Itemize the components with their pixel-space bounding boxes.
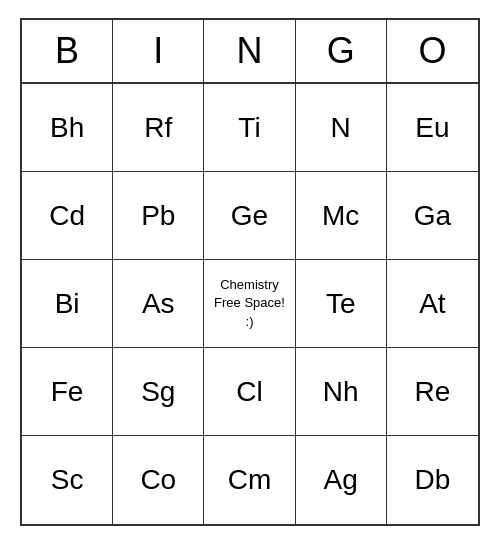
grid-cell-sg: Sg (113, 348, 204, 436)
grid-cell-ge: Ge (204, 172, 295, 260)
grid-cell-mc: Mc (296, 172, 387, 260)
free-space-cell: Chemistry Free Space! :) (204, 260, 295, 348)
grid-cell-cl: Cl (204, 348, 295, 436)
grid-cell-co: Co (113, 436, 204, 524)
header-letter-i: I (113, 20, 204, 82)
grid-cell-ga: Ga (387, 172, 478, 260)
bingo-card: BINGO BhRfTiNEuCdPbGeMcGaBiAsChemistry F… (20, 18, 480, 526)
grid-cell-pb: Pb (113, 172, 204, 260)
grid-cell-ag: Ag (296, 436, 387, 524)
grid-cell-re: Re (387, 348, 478, 436)
grid-cell-at: At (387, 260, 478, 348)
grid-cell-db: Db (387, 436, 478, 524)
grid-cell-rf: Rf (113, 84, 204, 172)
header-letter-n: N (204, 20, 295, 82)
grid-cell-cd: Cd (22, 172, 113, 260)
grid-cell-te: Te (296, 260, 387, 348)
grid-cell-n: N (296, 84, 387, 172)
header-letter-o: O (387, 20, 478, 82)
header-letter-b: B (22, 20, 113, 82)
grid-cell-bi: Bi (22, 260, 113, 348)
grid-cell-nh: Nh (296, 348, 387, 436)
grid-cell-ti: Ti (204, 84, 295, 172)
grid-cell-eu: Eu (387, 84, 478, 172)
header-letter-g: G (296, 20, 387, 82)
grid-cell-bh: Bh (22, 84, 113, 172)
grid-cell-cm: Cm (204, 436, 295, 524)
grid-cell-sc: Sc (22, 436, 113, 524)
grid-cell-fe: Fe (22, 348, 113, 436)
grid-cell-as: As (113, 260, 204, 348)
bingo-header: BINGO (22, 20, 478, 84)
bingo-grid: BhRfTiNEuCdPbGeMcGaBiAsChemistry Free Sp… (22, 84, 478, 524)
